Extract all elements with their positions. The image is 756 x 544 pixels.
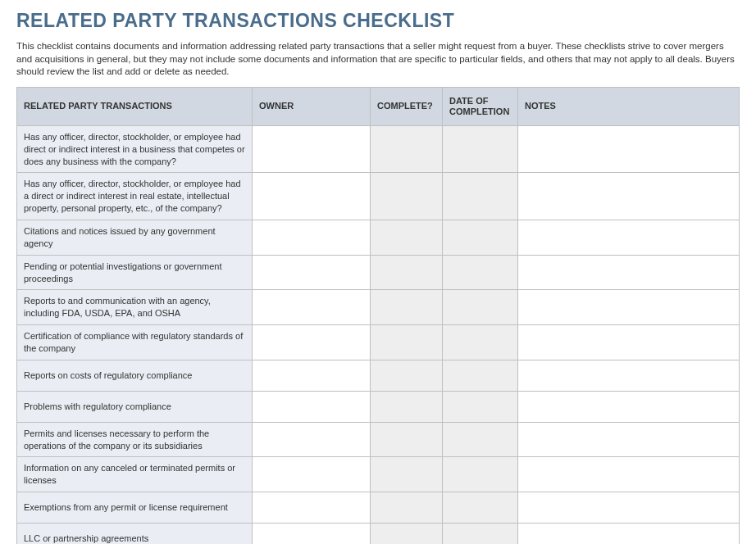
date-cell[interactable] — [443, 524, 518, 544]
complete-cell[interactable] — [371, 290, 443, 325]
table-row: Reports on costs of regulatory complianc… — [17, 360, 740, 391]
date-cell[interactable] — [443, 290, 518, 325]
item-cell: Permits and licenses necessary to perfor… — [17, 422, 253, 457]
date-cell[interactable] — [443, 173, 518, 220]
table-row: Information on any canceled or terminate… — [17, 457, 740, 492]
item-cell: Pending or potential investigations or g… — [17, 255, 253, 290]
notes-cell[interactable] — [518, 524, 740, 544]
owner-cell[interactable] — [253, 290, 371, 325]
table-row: Exemptions from any permit or license re… — [17, 492, 740, 524]
table-row: Citations and notices issued by any gove… — [17, 220, 740, 255]
item-cell: Reports on costs of regulatory complianc… — [17, 360, 253, 391]
col-header-item: RELATED PARTY TRANSACTIONS — [17, 87, 253, 125]
table-row: Permits and licenses necessary to perfor… — [17, 422, 740, 457]
col-header-owner: OWNER — [253, 87, 371, 125]
notes-cell[interactable] — [518, 173, 740, 220]
date-cell[interactable] — [443, 255, 518, 290]
table-row: Problems with regulatory compliance — [17, 391, 740, 422]
notes-cell[interactable] — [518, 220, 740, 255]
item-cell: Information on any canceled or terminate… — [17, 457, 253, 492]
complete-cell[interactable] — [371, 360, 443, 391]
item-cell: Reports to and communication with an age… — [17, 290, 253, 325]
table-row: LLC or partnership agreements — [17, 524, 740, 544]
owner-cell[interactable] — [253, 524, 371, 544]
complete-cell[interactable] — [371, 457, 443, 492]
complete-cell[interactable] — [371, 492, 443, 524]
table-row: Has any officer, director, stockholder, … — [17, 173, 740, 220]
date-cell[interactable] — [443, 422, 518, 457]
col-header-date: DATE OF COMPLETION — [443, 87, 518, 125]
owner-cell[interactable] — [253, 391, 371, 422]
owner-cell[interactable] — [253, 492, 371, 524]
complete-cell[interactable] — [371, 391, 443, 422]
notes-cell[interactable] — [518, 457, 740, 492]
item-cell: Certification of compliance with regulat… — [17, 325, 253, 360]
owner-cell[interactable] — [253, 457, 371, 492]
date-cell[interactable] — [443, 457, 518, 492]
item-cell: LLC or partnership agreements — [17, 524, 253, 544]
notes-cell[interactable] — [518, 492, 740, 524]
col-header-complete: COMPLETE? — [371, 87, 443, 125]
owner-cell[interactable] — [253, 220, 371, 255]
date-cell[interactable] — [443, 325, 518, 360]
date-cell[interactable] — [443, 220, 518, 255]
page-title: RELATED PARTY TRANSACTIONS CHECKLIST — [16, 10, 740, 32]
item-cell: Problems with regulatory compliance — [17, 391, 253, 422]
col-header-notes: NOTES — [518, 87, 740, 125]
complete-cell[interactable] — [371, 325, 443, 360]
table-row: Pending or potential investigations or g… — [17, 255, 740, 290]
checklist-table: RELATED PARTY TRANSACTIONS OWNER COMPLET… — [16, 87, 740, 544]
complete-cell[interactable] — [371, 255, 443, 290]
date-cell[interactable] — [443, 360, 518, 391]
table-row: Certification of compliance with regulat… — [17, 325, 740, 360]
notes-cell[interactable] — [518, 422, 740, 457]
owner-cell[interactable] — [253, 422, 371, 457]
date-cell[interactable] — [443, 125, 518, 173]
notes-cell[interactable] — [518, 255, 740, 290]
notes-cell[interactable] — [518, 125, 740, 173]
date-cell[interactable] — [443, 391, 518, 422]
owner-cell[interactable] — [253, 255, 371, 290]
complete-cell[interactable] — [371, 125, 443, 173]
table-row: Reports to and communication with an age… — [17, 290, 740, 325]
item-cell: Citations and notices issued by any gove… — [17, 220, 253, 255]
notes-cell[interactable] — [518, 325, 740, 360]
owner-cell[interactable] — [253, 325, 371, 360]
owner-cell[interactable] — [253, 360, 371, 391]
item-cell: Has any officer, director, stockholder, … — [17, 173, 253, 220]
table-header-row: RELATED PARTY TRANSACTIONS OWNER COMPLET… — [17, 87, 740, 125]
notes-cell[interactable] — [518, 391, 740, 422]
date-cell[interactable] — [443, 492, 518, 524]
notes-cell[interactable] — [518, 360, 740, 391]
complete-cell[interactable] — [371, 173, 443, 220]
item-cell: Has any officer, director, stockholder, … — [17, 125, 253, 173]
complete-cell[interactable] — [371, 220, 443, 255]
owner-cell[interactable] — [253, 173, 371, 220]
complete-cell[interactable] — [371, 524, 443, 544]
notes-cell[interactable] — [518, 290, 740, 325]
table-row: Has any officer, director, stockholder, … — [17, 125, 740, 173]
page-description: This checklist contains documents and in… — [16, 40, 740, 79]
item-cell: Exemptions from any permit or license re… — [17, 492, 253, 524]
complete-cell[interactable] — [371, 422, 443, 457]
owner-cell[interactable] — [253, 125, 371, 173]
